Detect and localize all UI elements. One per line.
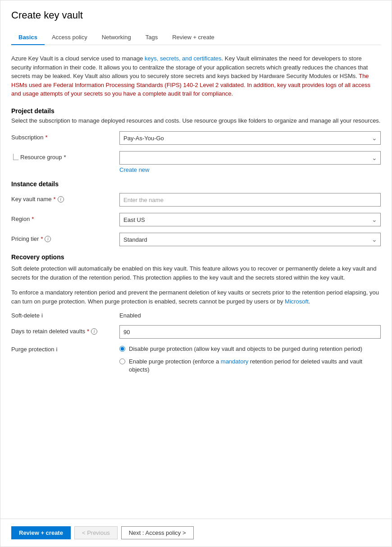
days-retain-input[interactable] [119,325,381,339]
purge-enable-label[interactable]: Enable purge protection (enforce a manda… [129,358,381,374]
pricing-tier-info-icon[interactable]: i [45,236,51,242]
pricing-tier-control: Standard [119,233,381,246]
purge-disable-radio[interactable] [119,346,125,352]
pricing-tier-select-wrapper: Standard [119,233,381,246]
review-create-button[interactable]: Review + create [11,526,71,539]
subscription-select[interactable]: Pay-As-You-Go [119,131,381,145]
instance-details-title: Instance details [11,180,381,188]
subscription-label: Subscription * [11,131,119,141]
purge-protection-label: Purge protection i [11,345,119,353]
soft-delete-info-icon[interactable]: i [41,312,43,319]
subscription-row: Subscription * Pay-As-You-Go [11,131,381,145]
resource-group-label-area: Resource group * [11,151,119,161]
tab-basics[interactable]: Basics [11,30,45,45]
create-new-link[interactable]: Create new [119,166,381,173]
main-content: Create key vault Basics Access policy Ne… [0,0,392,519]
recovery-options-title: Recovery options [11,253,381,261]
purge-enable-radio[interactable] [119,359,125,364]
region-label: Region * [11,213,119,222]
region-select-wrapper: East US [119,213,381,226]
pricing-tier-select[interactable]: Standard [119,233,381,246]
subscription-link[interactable]: subscription [39,117,70,124]
purge-disable-label[interactable]: Disable purge protection (allow key vaul… [129,345,362,353]
key-vault-name-control [119,193,381,207]
purge-protection-row: Purge protection i Disable purge protect… [11,345,381,374]
days-retain-label: Days to retain deleted vaults * i [11,325,119,335]
region-select[interactable]: East US [119,213,381,226]
tab-tags[interactable]: Tags [138,30,165,45]
project-details-subtitle: Select the subscription to manage deploy… [11,116,381,125]
resource-group-select[interactable] [119,151,381,165]
resource-group-label: Resource group * [20,154,66,161]
microsoft-link[interactable]: Microsoft [285,298,309,305]
resource-group-control: Create new [119,151,381,173]
project-details-title: Project details [11,107,381,115]
subscription-control: Pay-As-You-Go [119,131,381,145]
recovery-description-1: Soft delete protection will automaticall… [11,264,381,282]
recovery-description-2: To enforce a mandatory retention period … [11,288,381,306]
page-container: Create key vault Basics Access policy Ne… [0,0,392,547]
days-retain-row: Days to retain deleted vaults * i [11,325,381,339]
purge-option-disable: Disable purge protection (allow key vaul… [119,345,381,353]
previous-button[interactable]: < Previous [74,526,118,539]
region-row: Region * East US [11,213,381,226]
key-vault-name-input[interactable] [119,193,381,207]
key-vault-name-label: Key vault name * i [11,193,119,202]
pricing-tier-row: Pricing tier * i Standard [11,233,381,246]
region-control: East US [119,213,381,226]
soft-delete-row: Soft-delete i Enabled [11,312,381,319]
pricing-tier-label: Pricing tier * i [11,233,119,242]
days-retain-info-icon[interactable]: i [91,328,97,335]
subscription-select-wrapper: Pay-As-You-Go [119,131,381,145]
resource-group-select-wrapper [119,151,381,165]
key-vault-name-info-icon[interactable]: i [58,196,64,202]
page-title: Create key vault [11,9,381,21]
purge-option-enable: Enable purge protection (enforce a manda… [119,358,381,374]
footer: Review + create < Previous Next : Access… [0,519,392,547]
indent-visual [13,154,18,160]
description-text: Azure Key Vault is a cloud service used … [11,54,381,98]
tab-review-create[interactable]: Review + create [165,30,222,45]
tab-networking[interactable]: Networking [95,30,138,45]
key-vault-name-row: Key vault name * i [11,193,381,207]
mandatory-link: mandatory [221,358,248,365]
tabs-container: Basics Access policy Networking Tags Rev… [11,30,381,45]
resource-group-row: Resource group * Create new [11,151,381,173]
next-button[interactable]: Next : Access policy > [121,526,194,539]
purge-protection-info-icon[interactable]: i [56,346,57,353]
indent-line [11,154,20,160]
days-retain-control [119,325,381,339]
hsm-warning: The HSMs used are Federal Information Pr… [11,73,370,97]
keys-link[interactable]: keys, secrets, and certificates [145,55,222,62]
tab-access-policy[interactable]: Access policy [45,30,95,45]
purge-radio-options: Disable purge protection (allow key vaul… [119,345,381,374]
soft-delete-label: Soft-delete i [11,312,119,319]
soft-delete-value: Enabled [119,312,141,319]
